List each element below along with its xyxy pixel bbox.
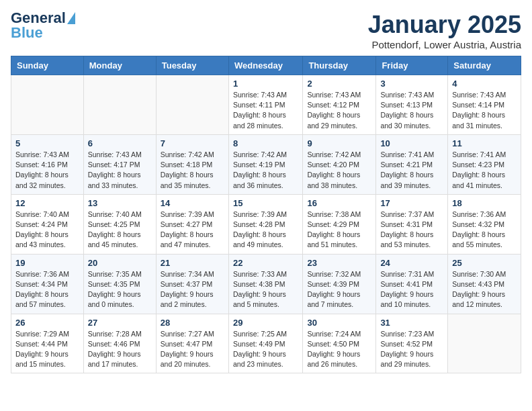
day-number: 23 <box>307 258 371 268</box>
location: Pottendorf, Lower Austria, Austria <box>368 39 521 50</box>
day-number: 14 <box>161 198 224 208</box>
calendar-cell: 27Sunrise: 7:28 AM Sunset: 4:46 PM Dayli… <box>83 314 156 373</box>
calendar-cell: 25Sunrise: 7:30 AM Sunset: 4:43 PM Dayli… <box>448 254 521 314</box>
calendar-cell: 21Sunrise: 7:34 AM Sunset: 4:37 PM Dayli… <box>156 254 228 314</box>
day-info: Sunrise: 7:36 AM Sunset: 4:34 PM Dayligh… <box>15 269 79 310</box>
day-number: 5 <box>15 138 79 148</box>
calendar-cell: 15Sunrise: 7:39 AM Sunset: 4:28 PM Dayli… <box>228 194 302 254</box>
day-info: Sunrise: 7:40 AM Sunset: 4:24 PM Dayligh… <box>15 210 79 250</box>
calendar-cell: 30Sunrise: 7:24 AM Sunset: 4:50 PM Dayli… <box>303 314 376 373</box>
day-number: 7 <box>161 138 224 148</box>
calendar-cell: 16Sunrise: 7:38 AM Sunset: 4:29 PM Dayli… <box>303 194 376 254</box>
day-number: 21 <box>161 258 224 268</box>
day-info: Sunrise: 7:43 AM Sunset: 4:11 PM Dayligh… <box>233 90 298 131</box>
calendar-week-1: 1Sunrise: 7:43 AM Sunset: 4:11 PM Daylig… <box>11 75 521 135</box>
calendar-cell: 12Sunrise: 7:40 AM Sunset: 4:24 PM Dayli… <box>11 194 84 254</box>
calendar-cell: 29Sunrise: 7:25 AM Sunset: 4:49 PM Dayli… <box>228 314 302 373</box>
calendar-cell: 10Sunrise: 7:41 AM Sunset: 4:21 PM Dayli… <box>376 134 448 194</box>
weekday-header-monday: Monday <box>83 56 156 75</box>
day-number: 26 <box>15 318 79 328</box>
day-info: Sunrise: 7:41 AM Sunset: 4:23 PM Dayligh… <box>452 150 517 191</box>
day-number: 10 <box>380 138 443 148</box>
calendar-cell: 9Sunrise: 7:42 AM Sunset: 4:20 PM Daylig… <box>303 134 376 194</box>
day-number: 3 <box>380 79 443 89</box>
day-info: Sunrise: 7:30 AM Sunset: 4:43 PM Dayligh… <box>452 269 517 310</box>
calendar-cell: 22Sunrise: 7:33 AM Sunset: 4:38 PM Dayli… <box>228 254 302 314</box>
day-info: Sunrise: 7:39 AM Sunset: 4:28 PM Dayligh… <box>233 210 298 250</box>
day-info: Sunrise: 7:43 AM Sunset: 4:13 PM Dayligh… <box>380 90 443 131</box>
calendar-cell: 6Sunrise: 7:43 AM Sunset: 4:17 PM Daylig… <box>83 134 156 194</box>
logo-text-general: General <box>11 11 66 26</box>
day-info: Sunrise: 7:43 AM Sunset: 4:14 PM Dayligh… <box>452 90 517 131</box>
day-info: Sunrise: 7:34 AM Sunset: 4:37 PM Dayligh… <box>161 269 224 310</box>
day-number: 1 <box>233 79 298 89</box>
day-number: 15 <box>233 198 298 208</box>
day-number: 17 <box>380 198 443 208</box>
title-block: January 2025 Pottendorf, Lower Austria, … <box>368 11 521 50</box>
day-number: 22 <box>233 258 298 268</box>
day-number: 19 <box>15 258 79 268</box>
day-number: 4 <box>452 79 517 89</box>
day-info: Sunrise: 7:28 AM Sunset: 4:46 PM Dayligh… <box>88 329 152 370</box>
calendar-cell: 26Sunrise: 7:29 AM Sunset: 4:44 PM Dayli… <box>11 314 84 373</box>
day-info: Sunrise: 7:42 AM Sunset: 4:18 PM Dayligh… <box>161 150 224 191</box>
day-number: 28 <box>161 318 224 328</box>
day-info: Sunrise: 7:41 AM Sunset: 4:21 PM Dayligh… <box>380 150 443 191</box>
calendar-cell: 18Sunrise: 7:36 AM Sunset: 4:32 PM Dayli… <box>448 194 521 254</box>
calendar-cell: 7Sunrise: 7:42 AM Sunset: 4:18 PM Daylig… <box>156 134 228 194</box>
calendar-cell <box>11 75 84 135</box>
page-header: General Blue January 2025 Pottendorf, Lo… <box>11 11 521 50</box>
calendar-cell: 24Sunrise: 7:31 AM Sunset: 4:41 PM Dayli… <box>376 254 448 314</box>
day-info: Sunrise: 7:40 AM Sunset: 4:25 PM Dayligh… <box>88 210 152 250</box>
calendar-table: SundayMondayTuesdayWednesdayThursdayFrid… <box>11 56 521 373</box>
day-number: 11 <box>452 138 517 148</box>
calendar-cell: 17Sunrise: 7:37 AM Sunset: 4:31 PM Dayli… <box>376 194 448 254</box>
day-number: 27 <box>88 318 152 328</box>
calendar-cell: 5Sunrise: 7:43 AM Sunset: 4:16 PM Daylig… <box>11 134 84 194</box>
day-info: Sunrise: 7:27 AM Sunset: 4:47 PM Dayligh… <box>161 329 224 370</box>
day-number: 12 <box>15 198 79 208</box>
day-info: Sunrise: 7:42 AM Sunset: 4:19 PM Dayligh… <box>233 150 298 191</box>
calendar-cell: 8Sunrise: 7:42 AM Sunset: 4:19 PM Daylig… <box>228 134 302 194</box>
calendar-cell: 4Sunrise: 7:43 AM Sunset: 4:14 PM Daylig… <box>448 75 521 135</box>
calendar-cell: 23Sunrise: 7:32 AM Sunset: 4:39 PM Dayli… <box>303 254 376 314</box>
day-info: Sunrise: 7:24 AM Sunset: 4:50 PM Dayligh… <box>307 329 371 370</box>
calendar-week-2: 5Sunrise: 7:43 AM Sunset: 4:16 PM Daylig… <box>11 134 521 194</box>
day-number: 25 <box>452 258 517 268</box>
calendar-cell: 13Sunrise: 7:40 AM Sunset: 4:25 PM Dayli… <box>83 194 156 254</box>
calendar-cell: 31Sunrise: 7:23 AM Sunset: 4:52 PM Dayli… <box>376 314 448 373</box>
day-info: Sunrise: 7:33 AM Sunset: 4:38 PM Dayligh… <box>233 269 298 310</box>
day-info: Sunrise: 7:32 AM Sunset: 4:39 PM Dayligh… <box>307 269 371 310</box>
day-number: 16 <box>307 198 371 208</box>
calendar-week-5: 26Sunrise: 7:29 AM Sunset: 4:44 PM Dayli… <box>11 314 521 373</box>
day-info: Sunrise: 7:39 AM Sunset: 4:27 PM Dayligh… <box>161 210 224 250</box>
day-info: Sunrise: 7:36 AM Sunset: 4:32 PM Dayligh… <box>452 210 517 250</box>
day-number: 30 <box>307 318 371 328</box>
day-number: 29 <box>233 318 298 328</box>
day-number: 20 <box>88 258 152 268</box>
weekday-header-thursday: Thursday <box>303 56 376 75</box>
day-number: 2 <box>307 79 371 89</box>
calendar-cell: 14Sunrise: 7:39 AM Sunset: 4:27 PM Dayli… <box>156 194 228 254</box>
day-number: 8 <box>233 138 298 148</box>
calendar-cell: 2Sunrise: 7:43 AM Sunset: 4:12 PM Daylig… <box>303 75 376 135</box>
day-info: Sunrise: 7:42 AM Sunset: 4:20 PM Dayligh… <box>307 150 371 191</box>
month-title: January 2025 <box>368 11 521 39</box>
calendar-cell <box>156 75 228 135</box>
weekday-header-row: SundayMondayTuesdayWednesdayThursdayFrid… <box>11 56 521 75</box>
weekday-header-saturday: Saturday <box>448 56 521 75</box>
calendar-cell <box>448 314 521 373</box>
calendar-cell: 3Sunrise: 7:43 AM Sunset: 4:13 PM Daylig… <box>376 75 448 135</box>
day-number: 6 <box>88 138 152 148</box>
weekday-header-wednesday: Wednesday <box>228 56 302 75</box>
weekday-header-tuesday: Tuesday <box>156 56 228 75</box>
calendar-cell: 1Sunrise: 7:43 AM Sunset: 4:11 PM Daylig… <box>228 75 302 135</box>
calendar-cell: 11Sunrise: 7:41 AM Sunset: 4:23 PM Dayli… <box>448 134 521 194</box>
day-info: Sunrise: 7:43 AM Sunset: 4:12 PM Dayligh… <box>307 90 371 131</box>
day-info: Sunrise: 7:35 AM Sunset: 4:35 PM Dayligh… <box>88 269 152 310</box>
calendar-week-4: 19Sunrise: 7:36 AM Sunset: 4:34 PM Dayli… <box>11 254 521 314</box>
day-info: Sunrise: 7:31 AM Sunset: 4:41 PM Dayligh… <box>380 269 443 310</box>
day-info: Sunrise: 7:43 AM Sunset: 4:17 PM Dayligh… <box>88 150 152 191</box>
day-info: Sunrise: 7:43 AM Sunset: 4:16 PM Dayligh… <box>15 150 79 191</box>
day-number: 18 <box>452 198 517 208</box>
